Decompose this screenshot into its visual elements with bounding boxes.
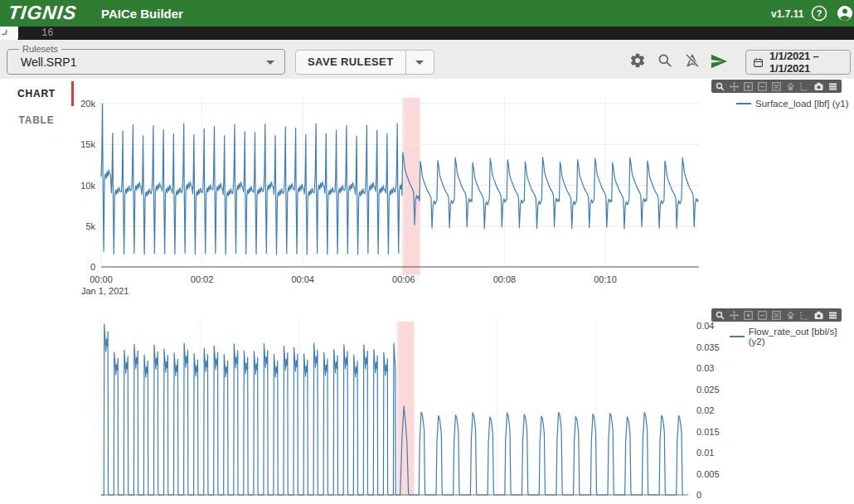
zoom-out-icon: [758, 311, 767, 320]
pan-icon: [730, 311, 739, 320]
toolbar: Rulesets Well.SRP1 SAVE RULESET: [0, 40, 854, 79]
legend-label: Surface_load [lbf] (y1): [755, 99, 849, 109]
modebar-spikelines-button[interactable]: [798, 80, 812, 92]
ruleset-select-value: Well.SRP1: [21, 56, 76, 69]
svg-text:0.02: 0.02: [696, 405, 714, 415]
help-button[interactable]: ?: [810, 4, 828, 22]
surface_load-series-line: [101, 104, 698, 254]
modebar-menu-button[interactable]: [826, 309, 840, 321]
reset-axes-icon: [786, 311, 795, 320]
legend-flow-rate[interactable]: Flow_rate_out [bbl/s] (y2): [730, 327, 854, 346]
autoscale-icon: [772, 311, 781, 320]
flow-rate-chart[interactable]: 00.0050.010.0150.020.0250.030.0350.04: [73, 307, 736, 504]
console-line-number: 16: [41, 27, 53, 39]
modebar-zoom-button[interactable]: [713, 80, 727, 92]
zoom-icon: [716, 82, 725, 91]
svg-text:5k: 5k: [85, 221, 95, 231]
flow_rate_out-series-line: [101, 324, 683, 495]
chevron-down-icon: [415, 61, 424, 65]
surface-load-chart[interactable]: 00:0000:0200:0400:0600:0800:10Jan 1, 202…: [73, 79, 705, 299]
panel-collapse-tab[interactable]: ❯: [0, 27, 18, 41]
modebar-reset-axes-button[interactable]: [784, 80, 798, 92]
run-button[interactable]: [709, 52, 729, 72]
date-range-picker[interactable]: 1/1/2021 – 1/1/2021: [745, 50, 851, 75]
zoom-in-icon: [744, 82, 753, 91]
modebar-camera-button[interactable]: [812, 80, 826, 92]
svg-text:0: 0: [696, 490, 701, 500]
search-button[interactable]: [655, 52, 675, 72]
chevron-down-icon: [266, 61, 274, 65]
settings-button[interactable]: [628, 52, 648, 72]
console-strip: 16: [0, 27, 854, 40]
chart-modebar: [711, 308, 842, 322]
svg-text:?: ?: [817, 8, 822, 18]
svg-text:0.015: 0.015: [696, 427, 720, 437]
app-header: TIGNIS PAICe Builder v1.7.11 ?: [0, 0, 854, 27]
navigation-disabled-icon: [684, 52, 701, 69]
menu-icon: [828, 82, 837, 91]
svg-text:00:06: 00:06: [392, 274, 415, 284]
version-label: v1.7.11: [771, 8, 803, 20]
svg-text:00:10: 00:10: [594, 274, 617, 284]
autoscale-icon: [772, 82, 781, 91]
camera-icon: [814, 82, 823, 91]
legend-surface-load[interactable]: Surface_load [lbf] (y1): [736, 99, 849, 109]
sidebar-tab-table[interactable]: TABLE: [0, 108, 73, 133]
y-grid: 05k10k15k20k: [80, 99, 699, 272]
svg-text:0: 0: [90, 262, 95, 272]
highlight-band: [397, 322, 415, 496]
ruleset-select-label: Rulesets: [19, 44, 61, 54]
account-icon: [836, 4, 854, 22]
reset-axes-icon: [786, 82, 795, 91]
date-range-text: 1/1/2021 – 1/1/2021: [769, 50, 850, 75]
legend-line-swatch: [730, 336, 745, 337]
svg-text:15k: 15k: [80, 139, 95, 149]
svg-text:0.01: 0.01: [696, 448, 714, 458]
chevron-icon: ❯: [1, 28, 10, 37]
modebar-autoscale-button[interactable]: [769, 80, 784, 92]
modebar-zoom-in-button[interactable]: [741, 309, 755, 321]
svg-text:0.005: 0.005: [696, 469, 720, 479]
svg-text:00:08: 00:08: [493, 274, 517, 284]
save-ruleset-button[interactable]: SAVE RULESET: [296, 51, 405, 74]
modebar-menu-button[interactable]: [826, 80, 840, 92]
spikelines-icon: [800, 311, 809, 320]
modebar-zoom-button[interactable]: [713, 309, 727, 321]
spikelines-icon: [800, 82, 809, 91]
modebar-reset-axes-button[interactable]: [784, 309, 798, 321]
svg-text:00:02: 00:02: [191, 274, 214, 284]
svg-text:0.035: 0.035: [696, 342, 720, 352]
sidebar-tab-chart[interactable]: CHART: [0, 81, 73, 106]
zoom-out-icon: [758, 82, 767, 91]
modebar-autoscale-button[interactable]: [769, 309, 784, 321]
svg-text:20k: 20k: [80, 99, 95, 109]
svg-text:0.03: 0.03: [696, 363, 714, 373]
legend-line-swatch: [736, 103, 751, 104]
modebar-pan-button[interactable]: [727, 309, 741, 321]
chart-modebar: [711, 80, 842, 93]
menu-icon: [828, 311, 837, 320]
zoom-in-icon: [744, 311, 753, 320]
y-grid: 00.0050.010.0150.020.0250.030.0350.04: [696, 321, 720, 500]
modebar-spikelines-button[interactable]: [798, 309, 812, 321]
svg-text:10k: 10k: [80, 181, 95, 191]
save-ruleset-split-button: SAVE RULESET: [295, 50, 434, 75]
tracking-disabled-button[interactable]: [682, 52, 702, 72]
main-content: CHART TABLE 00:0000:0200:0400:0600:0800:…: [0, 79, 854, 504]
gear-icon: [629, 52, 646, 69]
modebar-zoom-out-button[interactable]: [755, 80, 769, 92]
help-icon: ?: [810, 4, 828, 22]
calendar-icon: [753, 56, 764, 69]
send-icon: [710, 52, 728, 70]
save-ruleset-menu-button[interactable]: [405, 51, 434, 74]
svg-text:00:00: 00:00: [90, 274, 113, 284]
modebar-camera-button[interactable]: [812, 309, 826, 321]
modebar-zoom-out-button[interactable]: [755, 309, 769, 321]
zoom-icon: [716, 311, 725, 320]
account-button[interactable]: [836, 4, 854, 22]
modebar-pan-button[interactable]: [727, 80, 741, 92]
camera-icon: [814, 311, 823, 320]
ruleset-select[interactable]: Rulesets Well.SRP1: [7, 49, 285, 75]
x-axis-date-label: Jan 1, 2021: [81, 286, 129, 296]
modebar-zoom-in-button[interactable]: [741, 80, 755, 92]
